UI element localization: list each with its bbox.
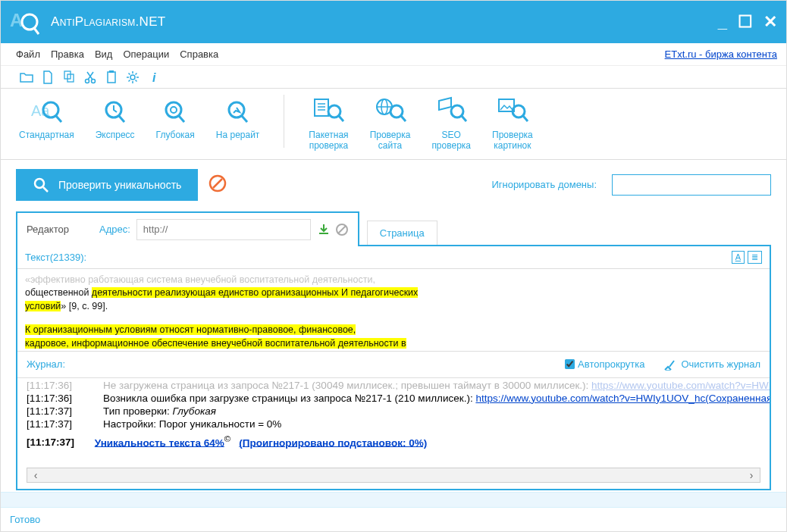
url-input[interactable]	[136, 219, 311, 240]
image-check-button[interactable]: Проверка картинок	[492, 95, 533, 152]
gear-icon[interactable]	[125, 70, 140, 85]
horizontal-scrollbar[interactable]: ‹ ›	[27, 468, 760, 483]
check-express-button[interactable]: Экспресс	[96, 95, 135, 140]
svg-line-33	[462, 116, 466, 121]
app-logo: A	[10, 7, 40, 37]
big-btn-label: Проверка сайта	[370, 130, 411, 152]
site-check-button[interactable]: Проверка сайта	[370, 95, 411, 152]
broom-icon	[663, 358, 676, 371]
svg-line-13	[56, 116, 61, 122]
download-icon[interactable]	[317, 223, 331, 236]
text-content-area[interactable]: «эффективно работающая система внеучебно…	[17, 269, 770, 351]
forbidden-icon[interactable]	[335, 223, 349, 236]
ignore-domains-label: Игнорировать домены:	[491, 179, 597, 190]
clear-journal-button[interactable]: Очистить журнал	[663, 358, 760, 371]
etxt-link[interactable]: ETxt.ru - биржа контента	[665, 49, 777, 60]
svg-line-40	[213, 179, 222, 188]
svg-line-38	[43, 187, 48, 192]
text-tool-a[interactable]: A	[732, 251, 745, 264]
tab-page[interactable]: Страница	[367, 221, 437, 245]
menu-view[interactable]: Вид	[95, 49, 113, 60]
text-line-faded: «эффективно работающая система внеучебно…	[25, 274, 762, 287]
big-btn-label: На рерайт	[216, 130, 260, 140]
app-title: AntiPlagiarism.NET	[51, 14, 718, 30]
open-icon[interactable]	[19, 70, 34, 85]
check-rewrite-button[interactable]: На рерайт	[216, 95, 260, 140]
menu-file[interactable]: Файл	[16, 49, 40, 60]
log-row: [11:17:37] Тип проверки: Глубокая	[27, 405, 760, 417]
log-row-result: [11:17:37] Уникальность текста 64%© (Про…	[27, 434, 760, 449]
big-btn-label: Экспресс	[96, 130, 135, 140]
cut-icon[interactable]	[83, 70, 98, 85]
check-btn-label: Проверить уникальность	[58, 179, 181, 191]
svg-point-25	[328, 105, 340, 117]
text-line: общественной	[25, 287, 92, 298]
editor-tab-label: Редактор	[27, 224, 69, 235]
log-area: [11:17:36] Не загружена страница из запр…	[17, 378, 770, 463]
text-tool-list[interactable]: ≣	[748, 251, 762, 264]
clear-journal-label: Очистить журнал	[681, 358, 760, 370]
svg-line-18	[179, 116, 184, 122]
autoscroll-checkbox[interactable]: Автопрокрутка	[565, 358, 644, 370]
search-icon	[33, 177, 49, 193]
maximize-button[interactable]: ☐	[738, 12, 753, 32]
log-row: [11:17:36] Не загружена страница из запр…	[27, 380, 760, 391]
text-highlight: деятельности реализующая единство органи…	[92, 287, 418, 298]
text-line: » [9, с. 99].	[61, 301, 108, 311]
text-highlight: К организационным условиям относят норма…	[25, 324, 356, 335]
big-btn-label: Проверка картинок	[492, 130, 533, 152]
svg-point-5	[86, 79, 89, 83]
log-row: [11:17:36] Возникла ошибка при загрузке …	[27, 393, 760, 404]
svg-point-6	[92, 79, 96, 83]
editor-panel: Текст(21339): A ≣ «эффективно работающая…	[16, 245, 771, 490]
minimize-button[interactable]: _	[718, 12, 727, 32]
text-highlight: условий	[25, 301, 61, 311]
log-link[interactable]: https://www.youtube.com/watch?v=HWIy1UOV…	[475, 393, 770, 404]
toolbar-separator	[284, 95, 284, 148]
big-btn-label: Стандартная	[19, 130, 74, 140]
big-btn-label: Пакетная проверка	[309, 130, 348, 152]
menu-edit[interactable]: Правка	[51, 49, 84, 60]
tabs-row: Редактор Адрес: Страница	[1, 210, 786, 245]
scroll-left-arrow[interactable]: ‹	[27, 469, 44, 481]
menu-operations[interactable]: Операции	[123, 49, 169, 60]
svg-point-30	[390, 105, 403, 117]
tab-editor[interactable]: Редактор Адрес:	[16, 211, 359, 246]
copy-icon[interactable]	[61, 70, 77, 85]
svg-line-42	[338, 226, 346, 233]
seo-check-button[interactable]: SEO проверка	[431, 95, 471, 152]
check-deep-button[interactable]: Глубокая	[156, 95, 195, 140]
ignore-domains-input[interactable]	[612, 174, 771, 196]
autoscroll-input[interactable]	[565, 359, 575, 369]
uniqueness-result[interactable]: Уникальность текста 64%	[95, 437, 224, 448]
check-standard-button[interactable]: Aa Стандартная	[19, 95, 74, 140]
titlebar: A AntiPlagiarism.NET _ ☐ ✕	[1, 1, 786, 43]
ignored-result[interactable]: (Проигнорировано подстановок: 0%)	[239, 437, 427, 448]
new-file-icon[interactable]	[40, 70, 55, 85]
svg-text:i: i	[152, 71, 156, 84]
batch-check-button[interactable]: Пакетная проверка	[309, 95, 348, 152]
log-row: [11:17:37] Настройки: Порог уникальности…	[27, 418, 760, 430]
svg-rect-7	[108, 72, 115, 83]
svg-line-20	[242, 116, 247, 122]
paste-icon[interactable]	[104, 70, 119, 85]
svg-point-16	[166, 102, 181, 117]
menu-help[interactable]: Справка	[180, 49, 218, 60]
info-icon[interactable]: i	[146, 70, 161, 85]
svg-line-36	[523, 116, 528, 121]
svg-point-1	[22, 14, 37, 30]
menubar: Файл Правка Вид Операции Справка ETxt.ru…	[1, 43, 786, 66]
journal-label: Журнал:	[27, 358, 565, 370]
svg-line-26	[339, 116, 343, 121]
close-button[interactable]: ✕	[763, 12, 777, 32]
big-toolbar: Aa Стандартная Экспресс Глубокая На рера…	[1, 89, 786, 160]
statusbar: Готово	[1, 507, 786, 531]
stop-icon[interactable]	[209, 174, 227, 196]
check-uniqueness-button[interactable]: Проверить уникальность	[16, 169, 198, 201]
autoscroll-label: Автопрокрутка	[578, 358, 644, 370]
big-btn-label: SEO проверка	[431, 130, 471, 152]
svg-line-15	[119, 116, 124, 122]
log-link[interactable]: https://www.youtube.com/watch?v=HWIy	[591, 380, 770, 391]
scroll-right-arrow[interactable]: ›	[743, 469, 760, 481]
svg-line-31	[401, 116, 406, 121]
